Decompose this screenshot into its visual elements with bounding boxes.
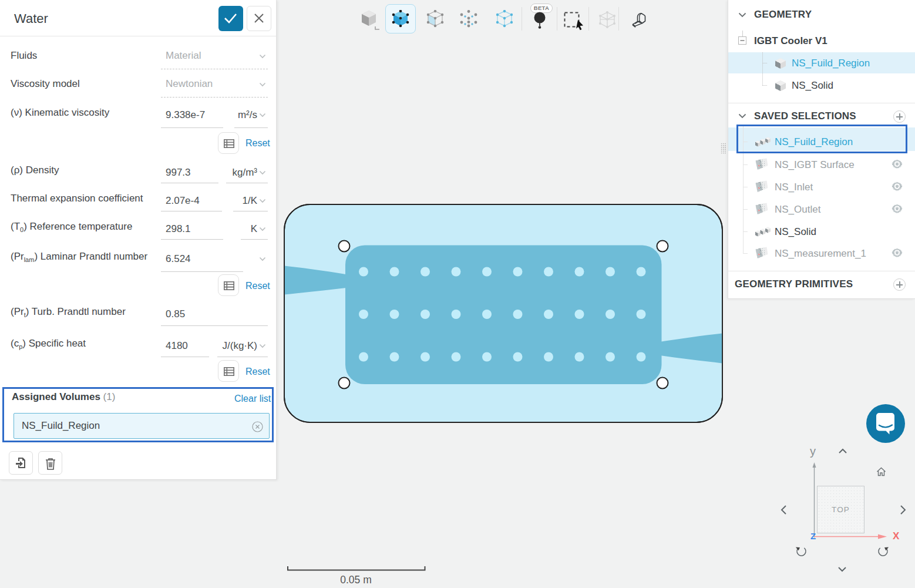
svg-text:0.05 m: 0.05 m	[340, 574, 372, 586]
